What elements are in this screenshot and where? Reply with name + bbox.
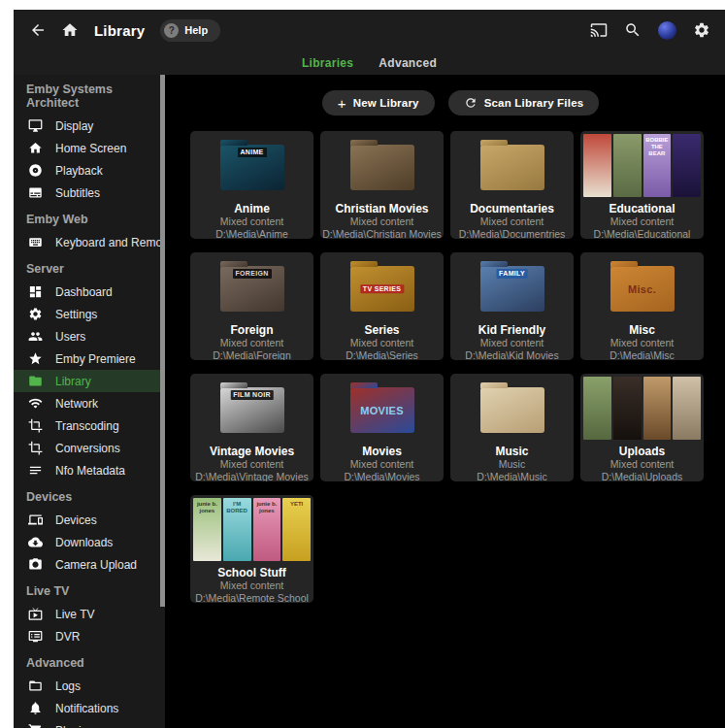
sidebar-item-label: Display	[55, 119, 93, 133]
library-thumbnail: junie b. jonesI'M BOREDjunie b. jonesYET…	[190, 495, 313, 561]
cast-icon[interactable]	[590, 21, 608, 39]
sidebar-item-label: Subtitles	[55, 186, 100, 200]
collage-strip	[673, 377, 701, 440]
library-name: Anime	[190, 202, 313, 215]
sidebar-item-label: Playback	[55, 164, 103, 178]
sidebar-scrollbar[interactable]	[160, 75, 165, 607]
library-card-uploads[interactable]: Uploads Mixed content D:\Media\Uploads	[580, 374, 704, 481]
library-name: Series	[320, 323, 444, 337]
sidebar-item-nfo-metadata[interactable]: Nfo Metadata	[14, 459, 165, 481]
library-name: Documentaries	[450, 202, 574, 215]
library-toolbar: + New Library Scan Library Files	[181, 90, 725, 116]
sidebar-nav: Emby Systems ArchitectDisplayHome Screen…	[14, 75, 165, 728]
sidebar-item-keyboard-and-remote[interactable]: Keyboard and Remote	[14, 231, 165, 253]
library-folder-art: FILM NOIR	[220, 387, 284, 433]
sidebar-item-notifications[interactable]: Notifications	[14, 697, 165, 719]
sidebar-item-dvr[interactable]: DVR	[14, 625, 165, 647]
sidebar-item-users[interactable]: Users	[14, 325, 165, 347]
library-card-movies[interactable]: MOVIES Movies Mixed content D:\Media\Mov…	[320, 374, 444, 481]
collage-strip: I'M BORED	[223, 498, 251, 561]
sidebar-item-transcoding[interactable]: Transcoding	[14, 414, 165, 437]
library-thumbnail: MOVIES	[320, 374, 444, 440]
sidebar-item-plugins[interactable]: Plugins	[14, 719, 165, 728]
search-icon[interactable]	[624, 21, 642, 39]
library-name: Misc	[580, 323, 704, 337]
sidebar-item-label: Home Screen	[55, 142, 126, 155]
dvr-icon	[28, 629, 43, 644]
sidebar-item-label: Users	[55, 330, 85, 344]
sidebar-item-camera-upload[interactable]: Camera Upload	[14, 553, 165, 576]
collage-strip: YETI	[282, 498, 311, 561]
sidebar-item-home-screen[interactable]: Home Screen	[14, 137, 165, 159]
sidebar-item-label: Network	[55, 397, 98, 411]
library-name: Music	[450, 445, 574, 458]
gear-icon[interactable]	[693, 21, 710, 39]
library-folder-art: MOVIES	[350, 387, 414, 433]
sidebar-item-playback[interactable]: Playback	[14, 159, 165, 182]
library-card-anime[interactable]: ANIME Anime Mixed content D:\Media\Anime	[190, 131, 313, 239]
library-grid: ANIME Anime Mixed content D:\Media\Anime…	[190, 131, 725, 603]
library-thumbnail	[450, 374, 574, 440]
library-path: D:\Media\Foreign	[190, 349, 313, 360]
sidebar-item-display[interactable]: Display	[14, 115, 165, 137]
library-card-kid-friendly[interactable]: FAMILY Kid Friendly Mixed content D:\Med…	[450, 252, 574, 360]
top-bar-left: Library ? Help	[29, 19, 220, 42]
sidebar-section-emby-systems-architect: Emby Systems ArchitectDisplayHome Screen…	[14, 79, 165, 204]
library-card-foreign[interactable]: FOREIGN Foreign Mixed content D:\Media\F…	[190, 252, 313, 360]
library-folder-art	[480, 145, 544, 190]
library-name: Kid Friendly	[450, 323, 574, 337]
sidebar-item-settings[interactable]: Settings	[14, 303, 165, 325]
star-icon	[28, 351, 43, 366]
library-card-christian-movies[interactable]: Christian Movies Mixed content D:\Media\…	[320, 131, 444, 239]
sidebar-item-label: Plugins	[55, 724, 93, 728]
library-thumbnail: Misc.	[580, 252, 704, 318]
sidebar-item-label: Logs	[55, 679, 81, 693]
tab-advanced[interactable]: Advanced	[379, 56, 437, 70]
library-path: D:\Media\Documentries	[450, 228, 574, 239]
scan-library-button[interactable]: Scan Library Files	[448, 90, 600, 116]
library-name: Christian Movies	[320, 202, 444, 215]
library-content: + New Library Scan Library Files ANIME A…	[165, 75, 725, 728]
sidebar-item-conversions[interactable]: Conversions	[14, 437, 165, 459]
top-bar: Library ? Help	[14, 10, 725, 50]
library-thumbnail	[450, 131, 574, 197]
library-folder-art: FAMILY	[480, 266, 544, 312]
sidebar-item-live-tv[interactable]: Live TV	[14, 603, 165, 625]
library-card-vintage-movies[interactable]: FILM NOIR Vintage Movies Mixed content D…	[190, 374, 313, 481]
home-icon[interactable]	[61, 21, 79, 39]
help-button[interactable]: ? Help	[160, 19, 220, 42]
library-path: D:\Media\Vintage Movies	[190, 471, 313, 481]
library-collage-art	[580, 374, 704, 440]
collage-strip: junie b. jones	[253, 498, 281, 561]
new-library-button[interactable]: + New Library	[322, 90, 435, 116]
collage-strip-label: BOBBIE THE BEAR	[644, 137, 671, 157]
sidebar-item-downloads[interactable]: Downloads	[14, 531, 165, 553]
user-avatar[interactable]	[658, 21, 676, 40]
devices-icon	[28, 513, 43, 527]
sidebar-item-emby-premiere[interactable]: Emby Premiere	[14, 347, 165, 370]
library-card-school-stuff[interactable]: junie b. jonesI'M BOREDjunie b. jonesYET…	[190, 495, 313, 603]
sidebar-item-logs[interactable]: Logs	[14, 675, 165, 697]
sidebar-item-devices[interactable]: Devices	[14, 509, 165, 531]
sidebar-item-library[interactable]: Library	[14, 370, 165, 392]
home-icon	[28, 141, 43, 155]
cloud-download-icon	[28, 535, 43, 549]
help-label: Help	[184, 24, 208, 36]
library-card-misc[interactable]: Misc. Misc Mixed content D:\Media\Misc	[580, 252, 704, 360]
collage-strip: junie b. jones	[193, 498, 221, 561]
sidebar-item-network[interactable]: Network	[14, 392, 165, 414]
tab-libraries[interactable]: Libraries	[302, 56, 353, 70]
library-thumbnail: TV SERIES	[320, 252, 444, 318]
library-card-educational[interactable]: BOBBIE THE BEAR Educational Mixed conten…	[580, 131, 704, 239]
sidebar-item-subtitles[interactable]: Subtitles	[14, 182, 165, 204]
library-path: D:\Media\Kid Movies	[450, 349, 574, 360]
sidebar-item-label: Dashboard	[55, 285, 113, 299]
refresh-icon	[464, 96, 478, 110]
users-icon	[28, 329, 43, 344]
sidebar-item-dashboard[interactable]: Dashboard	[14, 281, 165, 303]
library-card-music[interactable]: Music Music D:\Media\Music	[450, 374, 574, 481]
back-icon[interactable]	[29, 21, 47, 39]
library-card-documentaries[interactable]: Documentaries Mixed content D:\Media\Doc…	[450, 131, 574, 239]
library-content-type: Mixed content	[190, 458, 313, 471]
library-card-series[interactable]: TV SERIES Series Mixed content D:\Media\…	[320, 252, 444, 360]
